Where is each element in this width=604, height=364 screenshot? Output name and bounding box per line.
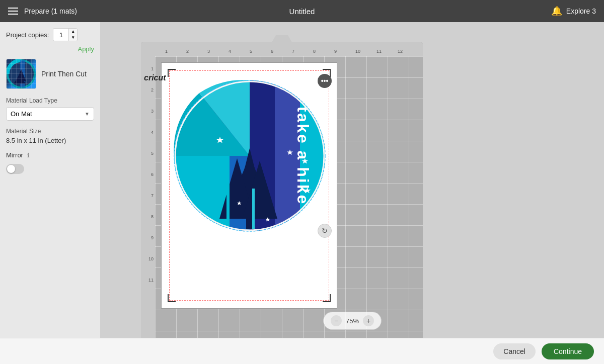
ruler-left-11: 11: [148, 278, 154, 283]
spin-up-button[interactable]: ▲: [69, 29, 77, 35]
ruler-mark-3: 3: [207, 49, 210, 54]
svg-rect-16: [252, 189, 255, 229]
material-thumbnail: [6, 59, 36, 89]
ruler-mark-10: 10: [355, 49, 360, 54]
mirror-row: Mirror ℹ: [6, 151, 94, 159]
mat-container: 1 2 3 4 5 6 7 8 9 10 11 12: [141, 42, 423, 338]
zoom-controls: − 75% +: [323, 312, 382, 330]
canvas-area: cricut 1 2 3 4 5 6 7 8 9: [101, 22, 604, 338]
bottom-bar: Cancel Continue: [0, 338, 604, 364]
mirror-label: Mirror: [6, 151, 23, 159]
main-layout: Project copies: ▲ ▼ Apply: [0, 22, 604, 338]
toggle-knob: [7, 165, 15, 173]
material-name: Print Then Cut: [41, 70, 87, 78]
ruler-top: 1 2 3 4 5 6 7 8 9 10 11 12: [141, 42, 423, 56]
ruler-left-4: 4: [151, 130, 154, 135]
ruler-mark-4: 4: [229, 49, 231, 54]
ruler-mark-5: 5: [250, 49, 252, 54]
spin-down-button[interactable]: ▼: [69, 35, 77, 41]
ruler-left-2: 2: [151, 87, 154, 93]
document-title: Untitled: [289, 7, 315, 16]
ruler-left-5: 5: [151, 151, 154, 156]
apply-button[interactable]: Apply: [78, 45, 94, 53]
project-copies-row: Project copies: ▲ ▼: [6, 28, 94, 41]
menu-icon[interactable]: [8, 8, 18, 15]
material-load-type-dropdown[interactable]: On Mat ▼: [6, 107, 94, 121]
corner-bracket-tl: [168, 69, 176, 77]
design-container[interactable]: ••• ↻: [172, 78, 328, 234]
ruler-left: 1 2 3 4 5 6 7 8 9 10 11: [141, 56, 155, 338]
cricut-logo: cricut: [144, 73, 166, 82]
ruler-mark-7: 7: [292, 49, 294, 54]
ruler-mark-12: 12: [398, 49, 403, 54]
grid-overlay: [7, 59, 36, 88]
options-button[interactable]: •••: [318, 74, 332, 88]
svg-rect-15: [226, 178, 230, 229]
material-size-value: 8.5 in x 11 in (Letter): [6, 137, 94, 144]
ruler-mark-2: 2: [186, 49, 189, 54]
ruler-left-10: 10: [148, 256, 154, 261]
mat-handle: [272, 35, 292, 42]
ruler-mark-1: 1: [165, 49, 168, 54]
ruler-left-7: 7: [151, 193, 154, 198]
ruler-left-3: 3: [151, 109, 154, 114]
mirror-toggle[interactable]: [6, 164, 24, 174]
ruler-left-8: 8: [151, 214, 154, 219]
svg-text:take a hike: take a hike: [294, 107, 312, 206]
info-icon[interactable]: ℹ: [27, 152, 30, 159]
design-svg: take a hike: [172, 78, 328, 234]
ruler-left-6: 6: [151, 172, 154, 177]
ruler-mark-9: 9: [334, 49, 337, 54]
top-right-area: 🔔 Explore 3: [551, 6, 596, 17]
copies-input-group: ▲ ▼: [53, 28, 78, 41]
cancel-button[interactable]: Cancel: [493, 343, 536, 359]
corner-bracket-br: [323, 294, 331, 302]
corner-bracket-bl: [168, 294, 176, 302]
zoom-in-button[interactable]: +: [363, 315, 374, 326]
mat: 1 2 3 4 5 6 7 8 9 10 11 12: [141, 42, 423, 338]
rotate-button[interactable]: ↻: [318, 224, 332, 238]
continue-button[interactable]: Continue: [542, 343, 594, 359]
ruler-left-1: 1: [151, 66, 154, 71]
explore-label: Explore 3: [566, 7, 596, 15]
ruler-mark-11: 11: [376, 49, 382, 54]
ruler-left-9: 9: [151, 235, 154, 240]
ruler-mark-6: 6: [271, 49, 273, 54]
material-size-label: Material Size: [6, 128, 94, 135]
copies-input[interactable]: [53, 30, 68, 40]
project-copies-label: Project copies:: [6, 31, 49, 39]
material-load-type-value: On Mat: [11, 110, 32, 118]
prepare-label: Prepare (1 mats): [24, 7, 77, 15]
ruler-mark-8: 8: [313, 49, 316, 54]
top-bar: Prepare (1 mats) Untitled 🔔 Explore 3: [0, 0, 604, 22]
chevron-down-icon: ▼: [85, 111, 90, 117]
zoom-out-button[interactable]: −: [331, 315, 342, 326]
zoom-level: 75%: [346, 317, 359, 325]
paper: ••• ↻: [161, 62, 337, 309]
copies-spinners: ▲ ▼: [68, 29, 77, 41]
material-card: Print Then Cut: [6, 59, 94, 89]
left-panel: Project copies: ▲ ▼ Apply: [0, 22, 101, 338]
ruler-top-inner: 1 2 3 4 5 6 7 8 9 10 11 12: [141, 42, 423, 55]
material-load-type-section-label: Material Load Type: [6, 97, 94, 104]
notification-bell-icon[interactable]: 🔔: [551, 6, 562, 17]
svg-rect-14: [246, 214, 253, 229]
